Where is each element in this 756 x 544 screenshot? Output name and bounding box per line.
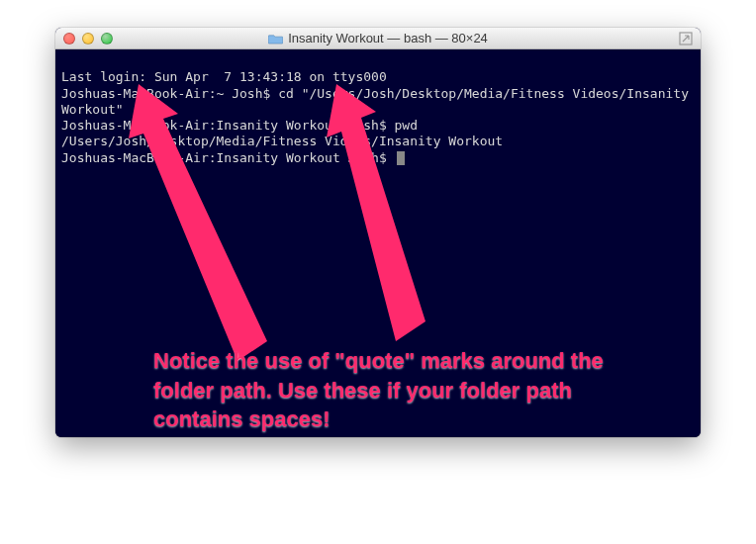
terminal-line: Last login: Sun Apr 7 13:43:18 on ttys00… (61, 69, 387, 84)
window-title-wrap: Insanity Workout — bash — 80×24 (55, 31, 701, 45)
close-icon[interactable] (63, 33, 75, 45)
window-title: Insanity Workout — bash — 80×24 (288, 31, 488, 45)
traffic-lights (63, 33, 113, 45)
annotation-text: Notice the use of "quote" marks around t… (153, 346, 638, 434)
terminal-line: Joshuas-MacBook-Air:~ Josh$ cd "/Users/J… (61, 86, 697, 117)
titlebar: Insanity Workout — bash — 80×24 (55, 28, 701, 49)
terminal-line: /Users/Josh/Desktop/Media/Fitness Videos… (61, 134, 503, 148)
fullscreen-icon[interactable] (679, 32, 693, 45)
zoom-icon[interactable] (101, 33, 113, 45)
terminal-line: Joshuas-MacBook-Air:Insanity Workout Jos… (61, 150, 395, 165)
minimize-icon[interactable] (82, 33, 94, 45)
folder-icon (268, 33, 283, 45)
cursor (397, 151, 405, 165)
terminal-line: Joshuas-MacBook-Air:Insanity Workout Jos… (61, 118, 418, 133)
